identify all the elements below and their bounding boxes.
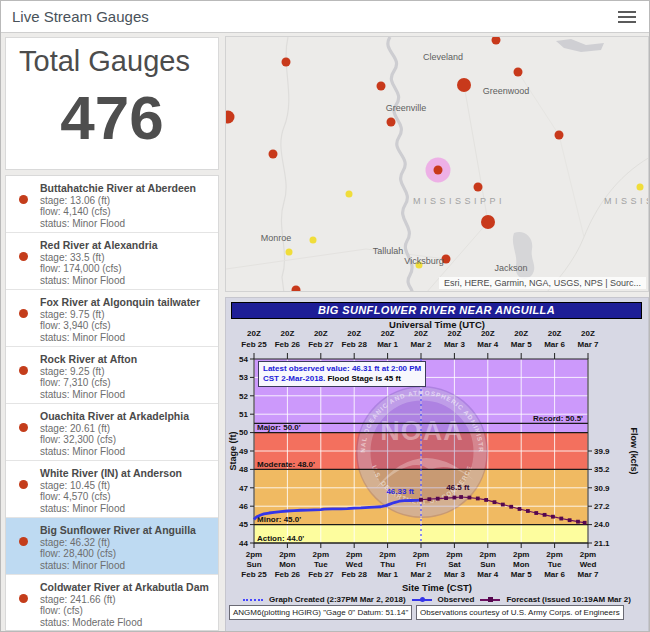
gauge-status: status: Minor Flood (40, 275, 158, 287)
flood-status-dot-icon (19, 594, 28, 603)
total-gauges-card: Total Gauges 476 (5, 37, 219, 170)
map-gauge-dot[interactable] (481, 215, 495, 229)
svg-text:Fri: Fri (416, 560, 426, 569)
legend-forecast: Forecast (issued 10:19AM Mar 2) (506, 595, 631, 604)
map-gauge-dot[interactable] (387, 118, 396, 127)
legend-graph-created: Graph Created (2:37PM Mar 2, 2018) (269, 595, 406, 604)
gauge-flow: flow: (cfs) (40, 605, 209, 617)
gauge-status: status: Minor Flood (40, 503, 182, 515)
svg-text:Mar 2: Mar 2 (411, 570, 432, 579)
hamburger-menu-icon[interactable] (618, 11, 636, 24)
map-gauge-dot[interactable] (282, 58, 291, 67)
map-gauge-dot[interactable] (286, 249, 293, 256)
gauge-name: Red River at Alexandria (40, 237, 158, 252)
forecast-peak-label: 46.5 ft (446, 483, 469, 492)
city-label: Jackson (494, 263, 527, 273)
gauge-flow: flow: 4,140 (cfs) (40, 206, 196, 218)
svg-text:Feb 25: Feb 25 (241, 570, 267, 579)
svg-text:Sun: Sun (480, 560, 495, 569)
map-gauge-dot[interactable] (637, 184, 644, 191)
map-gauge-dot[interactable] (310, 237, 317, 244)
gauge-list-item[interactable]: Red River at Alexandria stage: 33.5 (ft)… (6, 233, 218, 290)
gauge-status: status: Minor Flood (40, 332, 200, 344)
forecast-line-icon (480, 599, 500, 601)
gauge-status-dot-col (6, 351, 40, 400)
gauge-list-item[interactable]: Big Sunflower River at Anguilla stage: 4… (6, 518, 218, 575)
gauge-list-item[interactable]: Buttahatchie River at Aberdeen stage: 13… (6, 176, 218, 233)
svg-text:2pm: 2pm (580, 550, 596, 559)
svg-text:20Z: 20Z (548, 329, 562, 338)
svg-text:Action: 44.0': Action: 44.0' (257, 534, 304, 543)
svg-text:Mar 7: Mar 7 (578, 340, 599, 349)
map-gauge-dot[interactable] (555, 131, 564, 140)
svg-text:Mar 6: Mar 6 (544, 570, 565, 579)
stage-axis-title: Stage (ft) (228, 432, 238, 471)
svg-text:24.0: 24.0 (594, 520, 610, 529)
map-panel[interactable]: ClevelandGreenvilleGreenwoodMonroeTallul… (225, 36, 649, 292)
gauge-status-dot-col (6, 180, 40, 229)
menu-bar (618, 11, 636, 13)
annotation-line2-blue: CST 2-Mar-2018. (263, 374, 325, 383)
chart-legend: Graph Created (2:37PM Mar 2, 2018) Obser… (226, 595, 648, 604)
flood-status-dot-icon (19, 423, 28, 432)
svg-text:Tue: Tue (548, 560, 562, 569)
flood-status-dot-icon (19, 366, 28, 375)
gauge-list-item[interactable]: Rock River at Afton stage: 9.25 (ft) flo… (6, 347, 218, 404)
gauge-stage: stage: 10.45 (ft) (40, 480, 182, 492)
gauge-list-item[interactable]: Ouachita River at Arkadelphia stage: 20.… (6, 404, 218, 461)
gauge-list-item[interactable]: Fox River at Algonquin tailwater stage: … (6, 290, 218, 347)
gauge-status-dot-col (6, 579, 40, 628)
gauge-list-item[interactable]: White River (IN) at Anderson stage: 10.4… (6, 461, 218, 518)
svg-text:21.1: 21.1 (594, 539, 610, 548)
gauge-status: status: Moderate Flood (40, 617, 209, 629)
svg-text:Thu: Thu (380, 560, 395, 569)
gauge-stage: stage: 9.75 (ft) (40, 309, 200, 321)
svg-text:Major: 50.0': Major: 50.0' (257, 423, 301, 432)
map-gauge-dot[interactable] (292, 286, 301, 293)
svg-text:Minor: 45.0': Minor: 45.0' (257, 515, 301, 524)
map-gauge-dot[interactable] (226, 111, 235, 124)
svg-text:44: 44 (239, 539, 248, 548)
gauge-name: Buttahatchie River at Aberdeen (40, 180, 196, 195)
observed-line-icon (412, 599, 432, 601)
legend-observed: Observed (438, 595, 475, 604)
flood-status-dot-icon (19, 480, 28, 489)
gauge-stage: stage: 20.61 (ft) (40, 423, 189, 435)
hydrograph-panel[interactable]: BIG SUNFLOWER RIVER NEAR ANGUILLA Univer… (225, 297, 649, 632)
gauge-flow: flow: 28,400 (cfs) (40, 548, 196, 560)
svg-text:Feb 27: Feb 27 (308, 340, 334, 349)
selected-gauge-dot[interactable] (434, 166, 443, 175)
svg-text:Feb 26: Feb 26 (275, 340, 301, 349)
selected-gauge-halo (426, 158, 451, 183)
gauge-text: Ouachita River at Arkadelphia stage: 20.… (40, 408, 189, 457)
gauge-text: Coldwater River at Arkabutla Dam stage: … (40, 579, 209, 628)
svg-text:20Z: 20Z (514, 329, 528, 338)
map-gauge-dot[interactable] (346, 191, 353, 198)
svg-text:Mar 5: Mar 5 (511, 340, 532, 349)
svg-text:Mar 7: Mar 7 (578, 570, 599, 579)
map-gauge-dot[interactable] (457, 78, 471, 92)
svg-text:2pm: 2pm (513, 550, 529, 559)
city-label: Greenwood (483, 86, 530, 96)
map-gauge-dot[interactable] (492, 37, 501, 45)
map-gauge-dot[interactable] (377, 82, 386, 91)
gauge-list[interactable]: Buttahatchie River at Aberdeen stage: 13… (5, 175, 219, 631)
svg-text:2pm: 2pm (446, 550, 462, 559)
annotation-line1: Latest observed value: 46.31 ft at 2:00 … (263, 364, 421, 373)
map-gauge-dot[interactable] (474, 183, 483, 192)
svg-text:2pm: 2pm (480, 550, 496, 559)
map-canvas[interactable]: ClevelandGreenvilleGreenwoodMonroeTallul… (226, 37, 649, 292)
gauge-text: Red River at Alexandria stage: 33.5 (ft)… (40, 237, 158, 286)
svg-text:20Z: 20Z (281, 329, 295, 338)
svg-text:Mon: Mon (513, 560, 530, 569)
svg-text:27.2: 27.2 (594, 502, 610, 511)
gauge-name: Coldwater River at Arkabutla Dam (40, 579, 209, 594)
gauge-stage: stage: 9.25 (ft) (40, 366, 137, 378)
graph-created-line-icon (243, 599, 263, 601)
gauge-list-item[interactable]: Coldwater River at Arkabutla Dam stage: … (6, 575, 218, 631)
gauge-stage: stage: 33.5 (ft) (40, 252, 158, 264)
map-gauge-dot[interactable] (269, 150, 278, 159)
map-gauge-dot[interactable] (514, 68, 523, 77)
gauge-status-dot-col (6, 294, 40, 343)
svg-text:51: 51 (239, 410, 248, 419)
